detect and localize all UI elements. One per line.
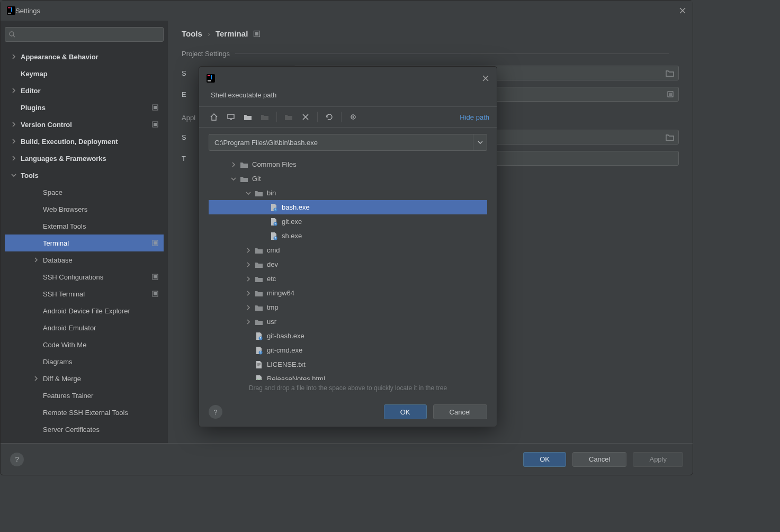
breadcrumb-parent[interactable]: Tools <box>182 29 202 38</box>
sidebar-item-android-emulator[interactable]: Android Emulator <box>5 319 164 336</box>
project-scope-icon <box>152 291 158 297</box>
desktop-button[interactable] <box>223 110 238 124</box>
hide-path-link[interactable]: Hide path <box>460 113 489 121</box>
file-tree-item[interactable]: ?git.exe <box>209 214 487 229</box>
chevron-right-icon <box>230 162 237 167</box>
file-tree-item[interactable]: etc <box>209 272 487 286</box>
sidebar-item-plugins[interactable]: Plugins <box>5 99 164 116</box>
sidebar-item-code-with-me[interactable]: Code With Me <box>5 336 164 353</box>
window-close-button[interactable] <box>679 7 686 14</box>
sidebar-item-keymap[interactable]: Keymap <box>5 65 164 82</box>
new-folder-button <box>281 110 296 124</box>
file-tree-item[interactable]: ?git-bash.exe <box>209 329 487 343</box>
sidebar-item-web-browsers[interactable]: Web Browsers <box>5 201 164 218</box>
sidebar-item-ssh-configurations[interactable]: SSH Configurations <box>5 268 164 285</box>
module-button <box>257 110 272 124</box>
svg-rect-21 <box>211 75 212 79</box>
project-button[interactable] <box>240 110 255 124</box>
sidebar-item-diff-merge[interactable]: Diff & Merge <box>5 370 164 387</box>
show-hidden-button[interactable] <box>346 110 361 124</box>
svg-rect-3 <box>11 7 12 12</box>
sidebar-item-server-certificates[interactable]: Server Certificates <box>5 421 164 438</box>
home-button[interactable] <box>207 110 221 124</box>
file-tree-item-label: etc <box>267 275 276 283</box>
dialog-cancel-button[interactable]: Cancel <box>433 404 487 419</box>
file-tree-item[interactable]: bin <box>209 186 487 200</box>
file-tree-item[interactable]: mingw64 <box>209 286 487 300</box>
sidebar-item-appearance-behavior[interactable]: Appearance & Behavior <box>5 48 164 65</box>
project-scope-icon <box>253 30 261 38</box>
exe-icon: ? <box>254 332 264 340</box>
dialog-ok-button[interactable]: OK <box>384 404 427 419</box>
exe-icon: ? <box>269 203 279 212</box>
search-input[interactable] <box>5 27 164 42</box>
sidebar-item-label: Plugins <box>21 104 46 112</box>
refresh-button[interactable] <box>322 110 337 124</box>
sidebar-item-terminal[interactable]: Terminal <box>5 235 164 251</box>
cancel-button[interactable]: Cancel <box>572 452 626 467</box>
folder-icon <box>254 318 264 326</box>
sidebar-item-space[interactable]: Space <box>5 184 164 201</box>
sidebar-item-remote-ssh-external-tools[interactable]: Remote SSH External Tools <box>5 404 164 421</box>
apply-button[interactable]: Apply <box>633 452 683 467</box>
sidebar-item-external-tools[interactable]: External Tools <box>5 218 164 235</box>
file-tree[interactable]: Common FilesGitbin?bash.exe?git.exe?sh.e… <box>209 157 487 380</box>
dialog-help-button[interactable]: ? <box>209 405 222 419</box>
search-icon <box>8 31 16 38</box>
svg-rect-1 <box>8 7 11 8</box>
folder-icon <box>254 275 264 283</box>
file-tree-item[interactable]: Git <box>209 172 487 186</box>
chevron-right-icon <box>10 122 17 127</box>
file-tree-item-label: Git <box>252 175 261 183</box>
chevron-right-icon: › <box>208 29 210 38</box>
file-tree-item[interactable]: usr <box>209 314 487 329</box>
chevron-right-icon <box>245 291 252 296</box>
sidebar-item-label: Space <box>43 188 62 196</box>
app-icon <box>207 74 215 83</box>
drop-hint: Drag and drop a file into the space abov… <box>199 380 497 397</box>
ok-button[interactable]: OK <box>523 452 566 467</box>
sidebar-item-label: Tools <box>21 172 39 179</box>
chevron-down-icon <box>245 191 252 196</box>
file-tree-item[interactable]: cmd <box>209 243 487 257</box>
svg-point-24 <box>353 116 354 118</box>
chevron-right-icon <box>245 276 252 282</box>
svg-rect-16 <box>255 32 258 35</box>
dialog-close-button[interactable] <box>482 75 489 82</box>
file-tree-item[interactable]: ?git-cmd.exe <box>209 343 487 357</box>
folder-icon <box>239 161 249 168</box>
sidebar-item-android-device-file-explorer[interactable]: Android Device File Explorer <box>5 302 164 319</box>
folder-icon <box>239 175 249 183</box>
delete-button[interactable] <box>298 110 313 124</box>
help-button[interactable]: ? <box>10 453 24 466</box>
path-dropdown-button[interactable] <box>473 134 487 150</box>
sidebar-item-label: Database <box>43 256 73 264</box>
chevron-right-icon <box>245 319 252 324</box>
file-tree-item[interactable]: Common Files <box>209 157 487 172</box>
sidebar-item-build-execution-deployment[interactable]: Build, Execution, Deployment <box>5 133 164 150</box>
breadcrumb: Tools › Terminal <box>182 29 679 38</box>
file-tree-item[interactable]: HReleaseNotes.html <box>209 372 487 380</box>
folder-icon <box>666 69 674 77</box>
folder-icon <box>254 290 264 297</box>
sidebar-item-ssh-terminal[interactable]: SSH Terminal <box>5 285 164 302</box>
chevron-right-icon <box>10 139 17 144</box>
file-tree-item[interactable]: LICENSE.txt <box>209 357 487 372</box>
file-tree-item[interactable]: ?bash.exe <box>209 200 487 214</box>
path-input[interactable]: C:\Program Files\Git\bin\bash.exe <box>209 134 487 151</box>
sidebar-item-features-trainer[interactable]: Features Trainer <box>5 387 164 404</box>
file-tree-item[interactable]: ?sh.exe <box>209 229 487 243</box>
file-tree-item[interactable]: dev <box>209 257 487 272</box>
sidebar-item-database[interactable]: Database <box>5 251 164 268</box>
sidebar-item-languages-frameworks[interactable]: Languages & Frameworks <box>5 150 164 167</box>
sidebar-item-version-control[interactable]: Version Control <box>5 116 164 133</box>
file-tree-item-label: ReleaseNotes.html <box>267 375 325 380</box>
sidebar-item-label: Remote SSH External Tools <box>43 409 128 417</box>
project-scope-icon <box>152 240 158 246</box>
file-tree-item-label: cmd <box>267 246 280 254</box>
sidebar-item-editor[interactable]: Editor <box>5 82 164 99</box>
sidebar-item-tools[interactable]: Tools <box>5 167 164 184</box>
file-tree-item[interactable]: tmp <box>209 300 487 314</box>
sidebar-item-diagrams[interactable]: Diagrams <box>5 353 164 370</box>
sidebar-item-label: Build, Execution, Deployment <box>21 138 118 146</box>
